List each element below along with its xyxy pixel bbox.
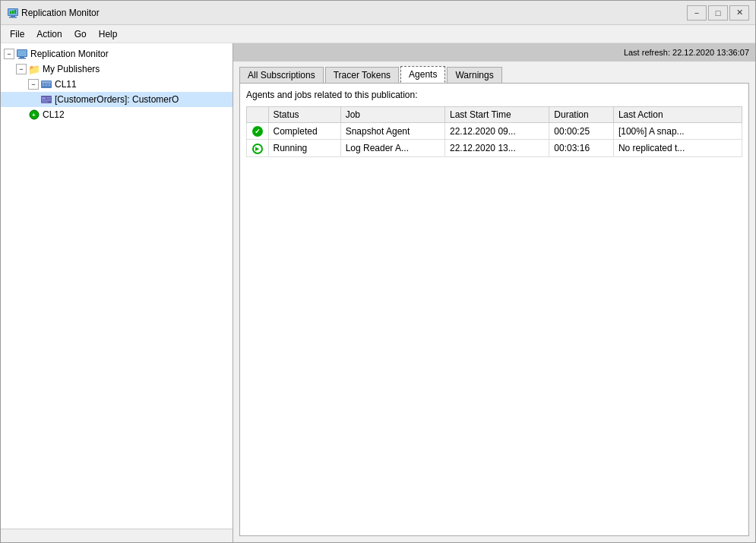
- tree-item-cl12[interactable]: + CL12: [1, 107, 232, 122]
- svg-rect-5: [12, 11, 14, 14]
- tree-label-my-publishers: My Publishers: [43, 64, 100, 74]
- title-bar: Replication Monitor − □ ✕: [1, 1, 755, 25]
- refresh-bar: Last refresh: 22.12.2020 13:36:07: [233, 43, 755, 62]
- svg-point-13: [43, 84, 45, 87]
- maximize-button[interactable]: □: [708, 5, 728, 21]
- replication-monitor-icon: [16, 48, 28, 60]
- table-row[interactable]: CompletedSnapshot Agent22.12.2020 09...0…: [247, 123, 742, 140]
- running-icon: [252, 144, 263, 154]
- close-button[interactable]: ✕: [729, 5, 749, 21]
- left-panel: − Replication Monitor − 📁: [1, 43, 233, 542]
- tree-label-cl12: CL12: [43, 109, 65, 120]
- cl11-icon: [40, 78, 52, 90]
- row-last-start-time: 22.12.2020 09...: [444, 123, 549, 140]
- my-publishers-icon: 📁: [28, 63, 40, 75]
- app-icon: [7, 7, 19, 19]
- col-header-last-start[interactable]: Last Start Time: [444, 107, 549, 123]
- refresh-text: Last refresh: 22.12.2020 13:36:07: [624, 48, 749, 57]
- menu-help[interactable]: Help: [93, 27, 124, 41]
- svg-rect-12: [42, 81, 51, 84]
- window-controls: − □ ✕: [687, 5, 749, 21]
- row-status: Running: [268, 140, 340, 157]
- tab-agents[interactable]: Agents: [400, 66, 445, 83]
- col-header-status[interactable]: Status: [268, 107, 340, 123]
- row-last-action: [100%] A snap...: [613, 123, 742, 140]
- svg-text:+: +: [32, 112, 36, 118]
- menu-go[interactable]: Go: [68, 27, 93, 41]
- right-panel: Last refresh: 22.12.2020 13:36:07 All Su…: [233, 43, 755, 542]
- svg-rect-4: [10, 11, 11, 14]
- cl12-icon: +: [28, 109, 40, 121]
- expand-cl11[interactable]: −: [28, 79, 39, 90]
- window-title: Replication Monitor: [21, 8, 687, 18]
- tab-warnings[interactable]: Warnings: [447, 67, 501, 83]
- svg-rect-3: [9, 17, 17, 18]
- svg-rect-21: [42, 102, 48, 103]
- left-scrollbar[interactable]: [1, 529, 232, 542]
- main-window: Replication Monitor − □ ✕ File Action Go…: [0, 0, 756, 543]
- panel-description: Agents and jobs related to this publicat…: [246, 90, 742, 100]
- tab-all-subscriptions[interactable]: All Subscriptions: [239, 67, 324, 83]
- row-last-action: No replicated t...: [613, 140, 742, 157]
- svg-rect-19: [46, 99, 51, 99]
- row-status: Completed: [268, 123, 340, 140]
- expand-replication-monitor[interactable]: −: [4, 49, 14, 59]
- agents-table: Status Job Last Start Time Duration Last…: [246, 106, 742, 157]
- col-header-job[interactable]: Job: [340, 107, 444, 123]
- col-header-duration[interactable]: Duration: [549, 107, 614, 123]
- main-content: − Replication Monitor − 📁: [1, 43, 755, 542]
- menu-bar: File Action Go Help: [1, 25, 755, 43]
- tab-tracer-tokens[interactable]: Tracer Tokens: [325, 67, 399, 83]
- col-header-icon: [247, 107, 269, 123]
- row-duration: 00:03:16: [549, 140, 614, 157]
- tree-item-replication-monitor[interactable]: − Replication Monitor: [1, 46, 232, 62]
- svg-rect-10: [18, 58, 26, 59]
- tab-bar: All Subscriptions Tracer Tokens Agents W…: [233, 62, 755, 83]
- tree-item-cl11[interactable]: − CL11: [1, 77, 232, 92]
- menu-action[interactable]: Action: [30, 27, 68, 41]
- tree-item-my-publishers[interactable]: − 📁 My Publishers: [1, 62, 232, 77]
- completed-icon: [252, 126, 263, 137]
- content-panel: Agents and jobs related to this publicat…: [239, 83, 749, 536]
- row-status-icon: [247, 123, 269, 140]
- svg-rect-20: [42, 100, 51, 101]
- minimize-button[interactable]: −: [687, 5, 707, 21]
- table-row[interactable]: RunningLog Reader A...22.12.2020 13...00…: [247, 140, 742, 157]
- tree-label-replication-monitor: Replication Monitor: [30, 49, 109, 59]
- tree-label-customerorders: [CustomerOrders]: CustomerO: [55, 94, 179, 105]
- row-job: Log Reader A...: [340, 140, 444, 157]
- col-header-last-action[interactable]: Last Action: [613, 107, 742, 123]
- svg-point-15: [49, 84, 51, 87]
- svg-rect-6: [14, 10, 16, 14]
- customerorders-icon: [40, 93, 52, 106]
- tree-label-cl11: CL11: [55, 79, 77, 90]
- row-last-start-time: 22.12.2020 13...: [444, 140, 549, 157]
- menu-file[interactable]: File: [4, 27, 30, 41]
- svg-rect-17: [42, 97, 46, 99]
- svg-rect-18: [46, 97, 51, 98]
- row-job: Snapshot Agent: [340, 123, 444, 140]
- row-duration: 00:00:25: [549, 123, 614, 140]
- tree-area: − Replication Monitor − 📁: [1, 43, 232, 529]
- expand-my-publishers[interactable]: −: [16, 64, 27, 74]
- svg-rect-2: [11, 16, 15, 17]
- svg-rect-8: [17, 50, 27, 56]
- tree-item-customerorders[interactable]: [CustomerOrders]: CustomerO: [1, 92, 232, 107]
- svg-point-14: [46, 84, 48, 87]
- row-status-icon: [247, 140, 269, 157]
- svg-rect-9: [20, 57, 24, 58]
